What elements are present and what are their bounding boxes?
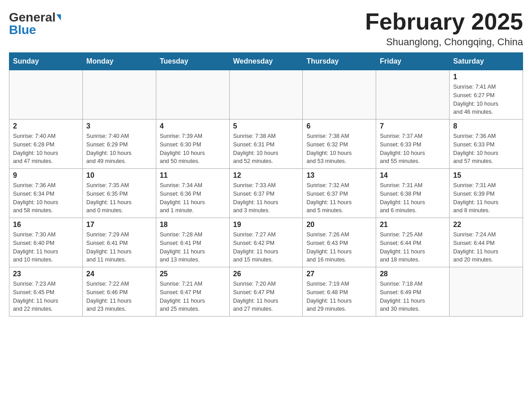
day-number: 9 [13, 171, 79, 180]
day-number: 18 [160, 221, 226, 229]
calendar-day-cell: 19Sunrise: 7:27 AMSunset: 6:42 PMDayligh… [229, 218, 303, 267]
day-info: Sunrise: 7:38 AMSunset: 6:32 PMDaylight:… [306, 132, 372, 166]
calendar-day-cell: 21Sunrise: 7:25 AMSunset: 6:44 PMDayligh… [376, 218, 450, 267]
logo: General Blue [9, 9, 61, 36]
location-title: Shuanglong, Chongqing, China [365, 36, 523, 48]
day-number: 15 [453, 171, 519, 180]
calendar-day-cell: 22Sunrise: 7:24 AMSunset: 6:44 PMDayligh… [450, 218, 523, 267]
day-number: 20 [306, 221, 372, 229]
day-number: 2 [13, 122, 79, 130]
day-number: 4 [160, 122, 226, 130]
day-info: Sunrise: 7:25 AMSunset: 6:44 PMDaylight:… [380, 231, 446, 264]
day-of-week-header: Thursday [303, 53, 376, 70]
calendar-day-cell: 15Sunrise: 7:31 AMSunset: 6:39 PMDayligh… [450, 169, 523, 218]
day-info: Sunrise: 7:19 AMSunset: 6:48 PMDaylight:… [306, 280, 372, 313]
calendar-day-cell [82, 70, 156, 120]
calendar-day-cell: 16Sunrise: 7:30 AMSunset: 6:40 PMDayligh… [9, 218, 83, 267]
calendar-week-row: 23Sunrise: 7:23 AMSunset: 6:45 PMDayligh… [9, 267, 523, 317]
calendar-day-cell [229, 70, 303, 120]
day-info: Sunrise: 7:41 AMSunset: 6:27 PMDaylight:… [453, 83, 519, 116]
day-info: Sunrise: 7:40 AMSunset: 6:29 PMDaylight:… [86, 132, 152, 166]
day-number: 17 [86, 221, 152, 229]
calendar-day-cell: 18Sunrise: 7:28 AMSunset: 6:41 PMDayligh… [156, 218, 229, 267]
calendar-day-cell: 20Sunrise: 7:26 AMSunset: 6:43 PMDayligh… [303, 218, 376, 267]
calendar-day-cell: 24Sunrise: 7:22 AMSunset: 6:46 PMDayligh… [82, 267, 156, 317]
day-info: Sunrise: 7:26 AMSunset: 6:43 PMDaylight:… [306, 231, 372, 264]
calendar-header-row: SundayMondayTuesdayWednesdayThursdayFrid… [9, 53, 523, 70]
calendar-day-cell: 12Sunrise: 7:33 AMSunset: 6:37 PMDayligh… [229, 169, 303, 218]
day-number: 7 [380, 122, 446, 130]
day-number: 3 [86, 122, 152, 130]
day-of-week-header: Tuesday [156, 53, 229, 70]
day-info: Sunrise: 7:36 AMSunset: 6:34 PMDaylight:… [13, 181, 79, 215]
month-title: February 2025 [365, 9, 523, 34]
calendar-day-cell: 8Sunrise: 7:36 AMSunset: 6:33 PMDaylight… [450, 120, 523, 169]
day-number: 21 [380, 221, 446, 229]
day-info: Sunrise: 7:40 AMSunset: 6:28 PMDaylight:… [13, 132, 79, 166]
day-info: Sunrise: 7:36 AMSunset: 6:33 PMDaylight:… [453, 132, 519, 166]
calendar-week-row: 9Sunrise: 7:36 AMSunset: 6:34 PMDaylight… [9, 169, 523, 218]
calendar-day-cell [303, 70, 376, 120]
calendar-day-cell: 17Sunrise: 7:29 AMSunset: 6:41 PMDayligh… [82, 218, 156, 267]
calendar-day-cell: 6Sunrise: 7:38 AMSunset: 6:32 PMDaylight… [303, 120, 376, 169]
day-info: Sunrise: 7:31 AMSunset: 6:38 PMDaylight:… [380, 181, 446, 215]
day-number: 25 [160, 270, 226, 278]
calendar-day-cell: 3Sunrise: 7:40 AMSunset: 6:29 PMDaylight… [82, 120, 156, 169]
day-info: Sunrise: 7:35 AMSunset: 6:35 PMDaylight:… [86, 181, 152, 215]
calendar-week-row: 16Sunrise: 7:30 AMSunset: 6:40 PMDayligh… [9, 218, 523, 267]
calendar-day-cell: 9Sunrise: 7:36 AMSunset: 6:34 PMDaylight… [9, 169, 83, 218]
day-info: Sunrise: 7:30 AMSunset: 6:40 PMDaylight:… [13, 231, 79, 264]
day-number: 5 [233, 122, 299, 130]
day-info: Sunrise: 7:39 AMSunset: 6:30 PMDaylight:… [160, 132, 226, 166]
day-number: 1 [453, 73, 519, 81]
day-info: Sunrise: 7:24 AMSunset: 6:44 PMDaylight:… [453, 231, 519, 264]
day-number: 13 [306, 171, 372, 180]
day-number: 14 [380, 171, 446, 180]
day-number: 16 [13, 221, 79, 229]
day-info: Sunrise: 7:28 AMSunset: 6:41 PMDaylight:… [160, 231, 226, 264]
logo-blue-text: Blue [9, 24, 36, 36]
day-number: 10 [86, 171, 152, 180]
day-info: Sunrise: 7:20 AMSunset: 6:47 PMDaylight:… [233, 280, 299, 313]
calendar-day-cell: 11Sunrise: 7:34 AMSunset: 6:36 PMDayligh… [156, 169, 229, 218]
day-number: 22 [453, 221, 519, 229]
day-number: 6 [306, 122, 372, 130]
calendar-day-cell: 23Sunrise: 7:23 AMSunset: 6:45 PMDayligh… [9, 267, 83, 317]
calendar-day-cell: 7Sunrise: 7:37 AMSunset: 6:33 PMDaylight… [376, 120, 450, 169]
day-of-week-header: Sunday [9, 53, 83, 70]
logo-arrow-icon [56, 14, 61, 21]
calendar-day-cell: 13Sunrise: 7:32 AMSunset: 6:37 PMDayligh… [303, 169, 376, 218]
calendar-day-cell: 4Sunrise: 7:39 AMSunset: 6:30 PMDaylight… [156, 120, 229, 169]
page-header: General Blue February 2025 Shuanglong, C… [9, 9, 523, 48]
calendar-day-cell [450, 267, 523, 317]
calendar-day-cell: 28Sunrise: 7:18 AMSunset: 6:49 PMDayligh… [376, 267, 450, 317]
day-number: 28 [380, 270, 446, 278]
day-info: Sunrise: 7:18 AMSunset: 6:49 PMDaylight:… [380, 280, 446, 313]
day-number: 26 [233, 270, 299, 278]
calendar-week-row: 1Sunrise: 7:41 AMSunset: 6:27 PMDaylight… [9, 70, 523, 120]
calendar-day-cell [156, 70, 229, 120]
day-info: Sunrise: 7:23 AMSunset: 6:45 PMDaylight:… [13, 280, 79, 313]
calendar-day-cell: 25Sunrise: 7:21 AMSunset: 6:47 PMDayligh… [156, 267, 229, 317]
calendar-day-cell [376, 70, 450, 120]
calendar-table: SundayMondayTuesdayWednesdayThursdayFrid… [9, 52, 523, 317]
day-info: Sunrise: 7:34 AMSunset: 6:36 PMDaylight:… [160, 181, 226, 215]
calendar-day-cell: 27Sunrise: 7:19 AMSunset: 6:48 PMDayligh… [303, 267, 376, 317]
calendar-day-cell: 26Sunrise: 7:20 AMSunset: 6:47 PMDayligh… [229, 267, 303, 317]
day-info: Sunrise: 7:37 AMSunset: 6:33 PMDaylight:… [380, 132, 446, 166]
day-info: Sunrise: 7:38 AMSunset: 6:31 PMDaylight:… [233, 132, 299, 166]
calendar-day-cell: 1Sunrise: 7:41 AMSunset: 6:27 PMDaylight… [450, 70, 523, 120]
day-of-week-header: Saturday [450, 53, 523, 70]
day-of-week-header: Friday [376, 53, 450, 70]
logo-general-text: General [9, 11, 56, 24]
day-info: Sunrise: 7:33 AMSunset: 6:37 PMDaylight:… [233, 181, 299, 215]
calendar-day-cell: 2Sunrise: 7:40 AMSunset: 6:28 PMDaylight… [9, 120, 83, 169]
day-info: Sunrise: 7:32 AMSunset: 6:37 PMDaylight:… [306, 181, 372, 215]
day-number: 27 [306, 270, 372, 278]
day-number: 19 [233, 221, 299, 229]
day-number: 11 [160, 171, 226, 180]
calendar-day-cell [9, 70, 83, 120]
day-info: Sunrise: 7:27 AMSunset: 6:42 PMDaylight:… [233, 231, 299, 264]
calendar-week-row: 2Sunrise: 7:40 AMSunset: 6:28 PMDaylight… [9, 120, 523, 169]
day-number: 8 [453, 122, 519, 130]
